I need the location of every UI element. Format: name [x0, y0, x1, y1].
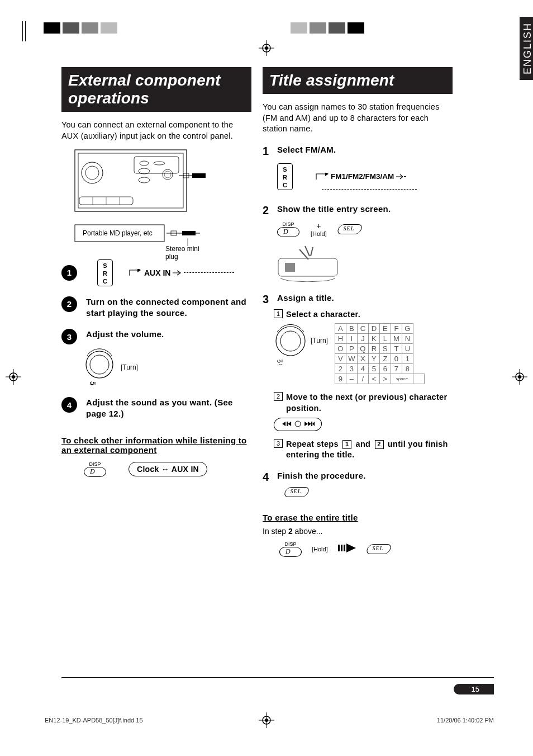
language-tab: ENGLISH	[520, 17, 533, 80]
svg-point-21	[140, 161, 149, 166]
step-4: 4 Adjust the sound as you want. (See pag…	[61, 397, 251, 420]
sel-button	[283, 487, 311, 497]
svg-rect-62	[341, 545, 342, 551]
right-column: Title assignment You can assign names to…	[263, 67, 453, 557]
svg-marker-43	[325, 173, 329, 176]
intro-text: You can connect an external component to…	[61, 120, 251, 141]
char-cell: C	[357, 324, 368, 334]
svg-rect-33	[192, 173, 206, 178]
char-cell: N	[402, 334, 413, 344]
arrow-elbow-icon	[315, 173, 329, 181]
section-heading-external: External component operations	[61, 67, 251, 112]
char-cell: 5	[368, 364, 379, 374]
svg-rect-17	[78, 153, 183, 208]
fast-arrow-icon	[338, 542, 357, 556]
sel-button	[365, 544, 392, 554]
svg-line-47	[305, 246, 310, 256]
rstep-3-sub3: 3 Repeat steps 1 and 2 until you finish …	[274, 439, 453, 461]
char-cell: 4	[357, 364, 368, 374]
erase-figure: DISP [Hold]	[279, 541, 453, 557]
char-cell	[413, 374, 424, 384]
turn-label: [Turn]	[121, 363, 138, 371]
char-cell: W	[346, 354, 357, 364]
step-3-text: Adjust the volume.	[86, 329, 251, 340]
svg-point-19	[82, 162, 103, 183]
svg-point-20	[85, 166, 99, 179]
svg-point-56	[295, 421, 301, 427]
page-number: 15	[454, 684, 494, 694]
page-content: External component operations You can co…	[61, 67, 494, 689]
character-grid: ABCDEFGHIJKLMNOPQRSTUVWXYZ0123456789–/<>…	[335, 323, 425, 384]
char-cell: Y	[368, 354, 379, 364]
manual-page: ENGLISH External component operations Yo…	[0, 0, 533, 756]
volume-knob-figure: ⏻/I ATT [Turn]	[84, 348, 251, 387]
step-number-3: 3	[61, 329, 77, 344]
svg-point-24	[139, 177, 150, 183]
char-cell: space	[391, 374, 413, 384]
step-number-1: 1	[61, 265, 77, 281]
rstep-1-text: Select FM/AM.	[277, 145, 453, 154]
char-cell: O	[335, 344, 346, 354]
svg-marker-57	[304, 422, 308, 426]
section-heading-title-assignment: Title assignment	[263, 67, 453, 94]
sub-number-3: 3	[274, 439, 283, 448]
svg-text:ATT: ATT	[277, 363, 282, 365]
svg-marker-64	[346, 544, 356, 552]
step-2: 2 Turn on the connected component and st…	[61, 296, 251, 319]
rstep-2: 2 Show the title entry screen.	[263, 204, 453, 217]
rstep-4: 4 Finish the procedure.	[263, 471, 453, 484]
char-cell: U	[402, 344, 413, 354]
svg-rect-59	[311, 422, 312, 426]
char-cell: J	[357, 334, 368, 344]
clock-auxin-box: Clock ↔ AUX IN	[129, 462, 207, 476]
char-cell: 6	[379, 364, 391, 374]
register-target-icon	[512, 369, 527, 385]
char-cell: Z	[379, 354, 391, 364]
svg-rect-54	[287, 422, 288, 426]
intro-text-right: You can assign names to 30 station frequ…	[263, 102, 453, 135]
char-select-figure: ⏻/I ATT [Turn] ABCDEFGHIJKLMNOPQRSTUVWXY…	[274, 323, 453, 384]
svg-rect-61	[338, 545, 340, 551]
footer-file: EN12-19_KD-APD58_50[J]f.indd 15	[45, 717, 143, 724]
disp-toggle-row: DISP Clock ↔ AUX IN	[84, 461, 251, 477]
svg-marker-53	[282, 422, 285, 426]
disp-button: DISP	[277, 221, 299, 237]
char-cell: Q	[357, 344, 368, 354]
svg-point-23	[139, 168, 150, 174]
char-cell: A	[335, 324, 346, 334]
char-cell: 1	[402, 354, 413, 364]
char-cell: 9	[335, 374, 346, 384]
plus-icon: +	[311, 221, 327, 230]
char-cell: E	[379, 324, 391, 334]
rstep-2-text: Show the title entry screen.	[277, 204, 453, 214]
svg-point-22	[154, 162, 165, 165]
char-cell: R	[368, 344, 379, 354]
char-cell: G	[402, 324, 413, 334]
char-cell: <	[368, 374, 379, 384]
svg-rect-63	[344, 545, 345, 551]
rstep-4-figure	[285, 487, 453, 498]
rstep-3: 3 Assign a title.	[263, 293, 453, 306]
char-cell: P	[346, 344, 357, 354]
device-label: Portable MD player, etc	[83, 229, 153, 237]
char-cell: 8	[402, 364, 413, 374]
rstep-1-figure: SRC FM1/FM2/FM3/AM	[277, 163, 453, 190]
sub3-text: Repeat steps 1 and 2 until you finish en…	[286, 439, 453, 461]
sub-number-2: 2	[274, 392, 283, 401]
register-target-icon	[259, 40, 274, 56]
disp-button: DISP	[279, 541, 302, 557]
aux-in-label: AUX IN	[144, 268, 170, 277]
rstep-2-figure: DISP + [Hold]	[277, 221, 453, 237]
nav-button-figure	[274, 418, 453, 431]
char-cell: –	[346, 374, 357, 384]
svg-text:⏻/I: ⏻/I	[277, 359, 283, 363]
char-cell: S	[379, 344, 391, 354]
step-number-2: 2	[61, 296, 77, 312]
char-cell: >	[379, 374, 391, 384]
char-cell: D	[368, 324, 379, 334]
char-cell: I	[346, 334, 357, 344]
src-button: SRC	[277, 163, 293, 190]
hold-label: [Hold]	[312, 546, 328, 552]
char-cell: 0	[391, 354, 402, 364]
char-cell: T	[391, 344, 402, 354]
